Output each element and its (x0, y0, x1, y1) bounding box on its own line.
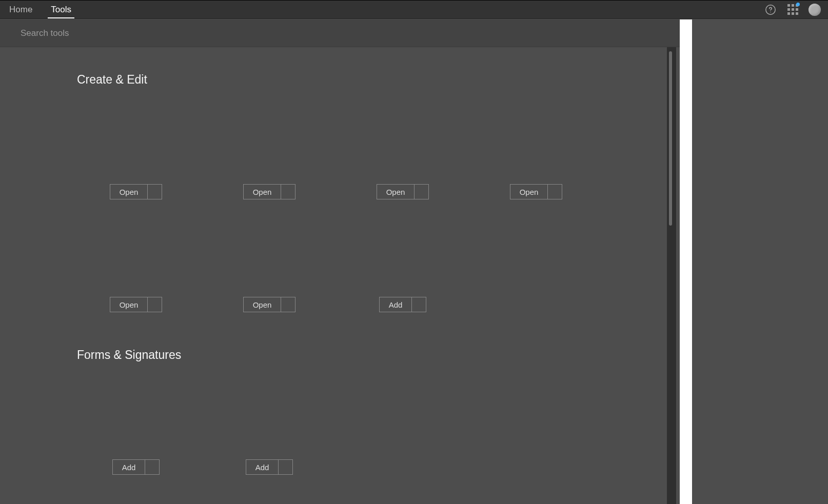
chevron-down-icon[interactable] (278, 460, 292, 474)
tool-action-label: Open (110, 297, 148, 312)
tool-action-button[interactable]: Open (377, 184, 429, 199)
tool-grid: Add Add (77, 382, 667, 475)
chevron-down-icon[interactable] (281, 297, 295, 312)
nav-tabs: Home Tools (0, 1, 81, 18)
tool-action-button[interactable]: Open (110, 297, 163, 312)
tool-grid: Open Open Open Open (77, 107, 667, 312)
svg-point-1 (770, 11, 771, 12)
tool-action-button[interactable]: Open (243, 297, 296, 312)
tool-action-button[interactable]: Open (243, 184, 296, 199)
tab-home[interactable]: Home (0, 1, 42, 18)
section-create-edit: Create & Edit Open Open Open (77, 73, 667, 312)
scrollbar-thumb[interactable] (669, 51, 672, 226)
tool-action-button[interactable]: Open (110, 184, 163, 199)
chevron-down-icon[interactable] (547, 185, 562, 199)
tool-action-button[interactable]: Add (379, 297, 427, 312)
tab-tools[interactable]: Tools (42, 1, 81, 18)
notification-dot-icon (796, 3, 800, 6)
chevron-down-icon[interactable] (145, 460, 159, 474)
top-bar: Home Tools (0, 1, 828, 19)
tool-card: Open (344, 107, 462, 199)
tool-action-button[interactable]: Open (510, 184, 563, 199)
search-bar (0, 19, 687, 47)
tool-action-label: Open (244, 185, 281, 199)
scrollbar-track[interactable] (667, 47, 676, 504)
tool-action-label: Open (244, 297, 281, 312)
chevron-down-icon[interactable] (281, 185, 295, 199)
apps-grid-icon[interactable] (787, 4, 798, 15)
help-icon[interactable] (764, 4, 777, 16)
tool-card: Add (344, 220, 462, 312)
chevron-down-icon[interactable] (147, 297, 162, 312)
tool-action-label: Open (377, 185, 415, 199)
tool-action-label: Add (113, 460, 145, 474)
tool-action-button[interactable]: Add (246, 459, 293, 475)
top-bar-actions (764, 4, 828, 16)
tool-card: Open (77, 220, 195, 312)
tools-main-area: Create & Edit Open Open Open (0, 47, 667, 504)
tool-action-label: Open (110, 185, 148, 199)
section-forms-signatures: Forms & Signatures Add Add (77, 348, 667, 475)
tool-card: Open (77, 107, 195, 199)
tool-card: Add (77, 382, 195, 475)
search-input[interactable] (21, 28, 226, 38)
chevron-down-icon[interactable] (414, 185, 428, 199)
tool-action-label: Add (246, 460, 279, 474)
tool-card: Open (210, 220, 328, 312)
tool-action-label: Add (380, 297, 412, 312)
panel-divider (680, 19, 692, 504)
tool-card: Add (210, 382, 328, 475)
section-title: Forms & Signatures (77, 348, 667, 362)
tool-card: Open (210, 107, 328, 199)
chevron-down-icon[interactable] (411, 297, 426, 312)
tool-action-label: Open (510, 185, 548, 199)
avatar[interactable] (809, 4, 821, 16)
right-panel (692, 19, 828, 504)
chevron-down-icon[interactable] (147, 185, 162, 199)
tool-action-button[interactable]: Add (112, 459, 160, 475)
section-title: Create & Edit (77, 73, 667, 87)
tool-card: Open (477, 107, 595, 199)
